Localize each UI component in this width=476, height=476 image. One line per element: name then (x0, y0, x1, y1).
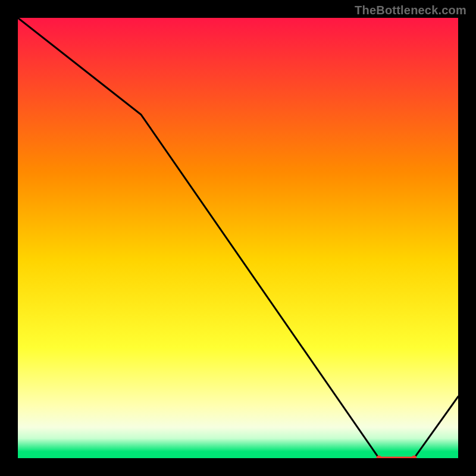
plot-background-gradient (18, 18, 458, 458)
endpoint-marker (376, 456, 381, 461)
bottleneck-chart (0, 0, 476, 476)
endpoint-marker (412, 456, 417, 461)
chart-container: TheBottleneck.com (0, 0, 476, 476)
